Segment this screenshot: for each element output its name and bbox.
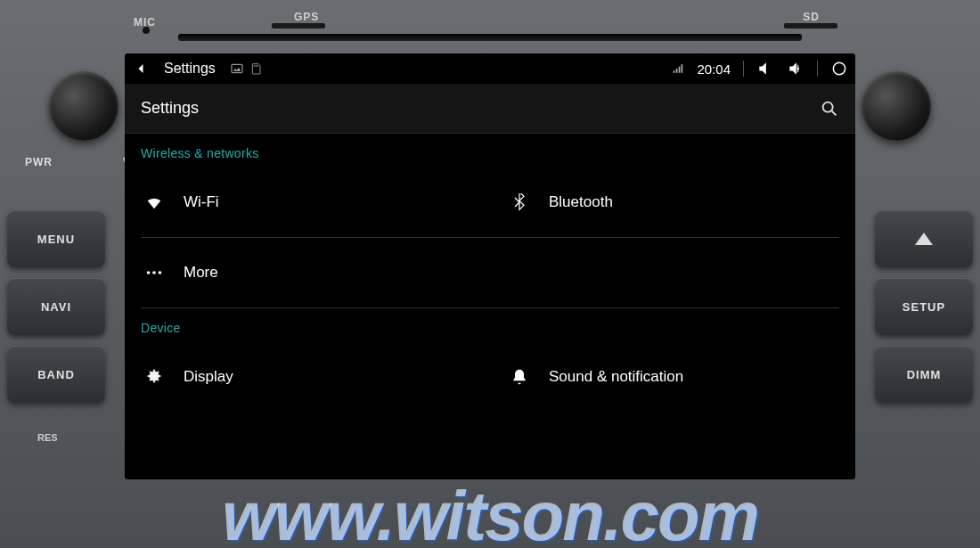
eject-icon	[915, 233, 933, 245]
disc-slot[interactable]	[178, 34, 802, 41]
settings-item-more[interactable]: More	[125, 238, 490, 307]
pwr-label: PWR	[25, 156, 53, 168]
section-device: Device	[125, 308, 855, 342]
settings-item-sound[interactable]: Sound & notification	[490, 342, 855, 412]
sd-label: SD	[803, 11, 820, 23]
mic-hole	[143, 27, 150, 34]
wifi-icon	[144, 192, 164, 212]
settings-item-label: Display	[184, 368, 233, 386]
sdcard-icon	[249, 61, 264, 76]
tune-knob[interactable]	[862, 71, 931, 141]
volume-down-icon[interactable]	[756, 60, 774, 78]
more-icon	[144, 263, 164, 282]
sd-slot[interactable]	[784, 23, 837, 29]
eject-button[interactable]	[875, 210, 973, 267]
back-icon[interactable]	[132, 60, 150, 78]
res-label: RES	[37, 432, 58, 443]
svg-point-3	[147, 271, 151, 274]
empty-cell	[490, 238, 855, 307]
car-head-unit: MIC GPS SD PWR VOL MENU NAVI BAND SETUP …	[0, 0, 980, 548]
settings-item-label: Wi-Fi	[184, 193, 219, 211]
dimm-button-label: DIMM	[907, 368, 942, 381]
settings-item-label: Bluetooth	[549, 193, 613, 211]
signal-icon	[672, 62, 684, 75]
watermark: www.witson.com	[222, 476, 758, 548]
gps-slot[interactable]	[272, 23, 325, 29]
volume-up-icon[interactable]	[787, 60, 804, 78]
status-bar: Settings 20:04	[125, 53, 855, 84]
settings-item-bluetooth[interactable]: Bluetooth	[490, 168, 855, 237]
svg-point-5	[159, 271, 162, 274]
touchscreen: Settings 20:04 Settings Wir	[125, 53, 855, 479]
band-button[interactable]: BAND	[7, 346, 105, 403]
menu-button[interactable]: MENU	[7, 210, 105, 267]
section-wireless: Wireless & networks	[125, 134, 855, 168]
navi-button-label: NAVI	[41, 300, 71, 314]
clock: 20:04	[697, 61, 731, 77]
page-title: Settings	[141, 99, 199, 118]
divider	[817, 61, 818, 77]
home-icon[interactable]	[830, 60, 848, 78]
svg-point-2	[823, 102, 833, 111]
divider	[743, 61, 744, 77]
display-icon	[144, 367, 164, 387]
gps-label: GPS	[294, 11, 319, 23]
svg-point-1	[833, 62, 845, 74]
menu-button-label: MENU	[37, 233, 75, 246]
dimm-button[interactable]: DIMM	[875, 346, 973, 403]
band-button-label: BAND	[37, 368, 75, 381]
sound-icon	[510, 367, 529, 387]
settings-item-wifi[interactable]: Wi-Fi	[125, 168, 490, 237]
volume-knob[interactable]	[49, 71, 118, 141]
settings-header: Settings	[125, 84, 855, 134]
setup-button-label: SETUP	[902, 300, 945, 314]
settings-item-display[interactable]: Display	[125, 342, 490, 412]
settings-item-label: Sound & notification	[549, 368, 683, 386]
svg-point-4	[152, 271, 156, 274]
image-icon	[230, 61, 244, 76]
svg-rect-0	[232, 64, 242, 72]
navi-button[interactable]: NAVI	[7, 278, 105, 335]
setup-button[interactable]: SETUP	[875, 278, 973, 335]
settings-item-label: More	[184, 264, 218, 282]
bluetooth-icon	[510, 192, 529, 212]
statusbar-title: Settings	[164, 61, 216, 77]
search-icon[interactable]	[820, 99, 839, 119]
